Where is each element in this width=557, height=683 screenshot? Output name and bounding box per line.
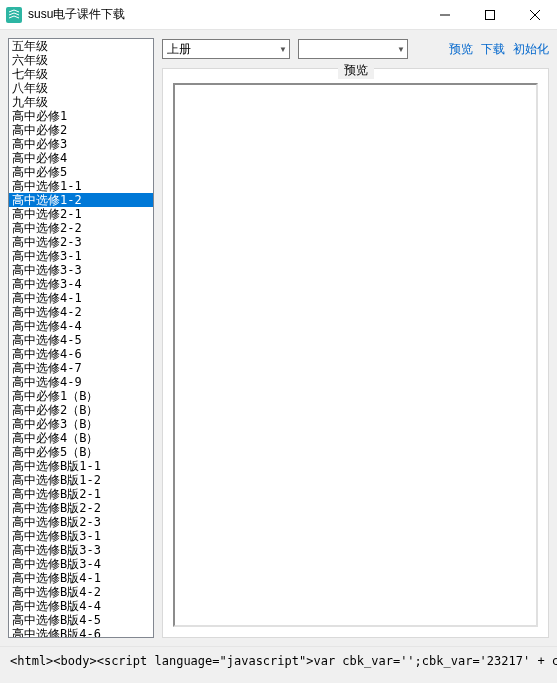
list-item[interactable]: 高中选修B版4-4 <box>9 599 153 613</box>
list-item[interactable]: 五年级 <box>9 39 153 53</box>
preview-content <box>173 83 538 627</box>
download-button[interactable]: 下载 <box>481 41 505 58</box>
list-item[interactable]: 高中选修1-1 <box>9 179 153 193</box>
list-item[interactable]: 高中必修1 <box>9 109 153 123</box>
maximize-button[interactable] <box>467 0 512 30</box>
status-text: <html><body><script language="javascript… <box>10 654 557 668</box>
list-item[interactable]: 高中选修B版2-3 <box>9 515 153 529</box>
list-item[interactable]: 高中选修B版4-5 <box>9 613 153 627</box>
list-item[interactable]: 高中选修4-1 <box>9 291 153 305</box>
list-item[interactable]: 高中选修B版4-1 <box>9 571 153 585</box>
list-item[interactable]: 高中选修2-2 <box>9 221 153 235</box>
svg-rect-2 <box>485 10 494 19</box>
list-item[interactable]: 高中必修2（B） <box>9 403 153 417</box>
window-title: susu电子课件下载 <box>28 6 422 23</box>
list-item[interactable]: 高中必修2 <box>9 123 153 137</box>
list-item[interactable]: 高中选修B版4-6 <box>9 627 153 638</box>
status-bar: <html><body><script language="javascript… <box>0 646 557 674</box>
list-item[interactable]: 高中选修B版1-1 <box>9 459 153 473</box>
list-item[interactable]: 高中选修B版1-2 <box>9 473 153 487</box>
svg-rect-0 <box>6 7 22 23</box>
list-item[interactable]: 高中选修4-6 <box>9 347 153 361</box>
list-item[interactable]: 高中选修B版2-2 <box>9 501 153 515</box>
list-item[interactable]: 高中选修4-4 <box>9 319 153 333</box>
titlebar: susu电子课件下载 <box>0 0 557 30</box>
content-area: 五年级六年级七年级八年级九年级高中必修1高中必修2高中必修3高中必修4高中必修5… <box>0 30 557 646</box>
close-button[interactable] <box>512 0 557 30</box>
list-item[interactable]: 高中必修5 <box>9 165 153 179</box>
list-item[interactable]: 高中选修4-2 <box>9 305 153 319</box>
init-button[interactable]: 初始化 <box>513 41 549 58</box>
second-select[interactable]: ▼ <box>298 39 408 59</box>
list-item[interactable]: 高中选修3-1 <box>9 249 153 263</box>
grade-list[interactable]: 五年级六年级七年级八年级九年级高中必修1高中必修2高中必修3高中必修4高中必修5… <box>8 38 154 638</box>
list-item[interactable]: 高中选修1-2 <box>9 193 153 207</box>
list-item[interactable]: 七年级 <box>9 67 153 81</box>
list-item[interactable]: 高中选修B版2-1 <box>9 487 153 501</box>
list-item[interactable]: 高中必修5（B） <box>9 445 153 459</box>
list-item[interactable]: 八年级 <box>9 81 153 95</box>
volume-select-value: 上册 <box>167 41 191 58</box>
minimize-button[interactable] <box>422 0 467 30</box>
list-item[interactable]: 高中必修4 <box>9 151 153 165</box>
list-item[interactable]: 高中选修B版4-2 <box>9 585 153 599</box>
right-pane: 上册 ▼ ▼ 预览 下载 初始化 预览 <box>162 38 549 638</box>
list-item[interactable]: 高中必修3（B） <box>9 417 153 431</box>
preview-label: 预览 <box>338 62 374 79</box>
chevron-down-icon: ▼ <box>279 45 287 54</box>
list-item[interactable]: 高中必修4（B） <box>9 431 153 445</box>
preview-groupbox: 预览 <box>162 68 549 638</box>
list-item[interactable]: 高中选修4-9 <box>9 375 153 389</box>
app-icon <box>6 7 22 23</box>
list-item[interactable]: 高中必修3 <box>9 137 153 151</box>
list-item[interactable]: 高中选修2-1 <box>9 207 153 221</box>
list-item[interactable]: 高中选修B版3-3 <box>9 543 153 557</box>
list-item[interactable]: 高中选修3-3 <box>9 263 153 277</box>
list-item[interactable]: 六年级 <box>9 53 153 67</box>
list-item[interactable]: 高中选修4-5 <box>9 333 153 347</box>
list-item[interactable]: 九年级 <box>9 95 153 109</box>
list-item[interactable]: 高中选修4-7 <box>9 361 153 375</box>
list-item[interactable]: 高中选修3-4 <box>9 277 153 291</box>
list-item[interactable]: 高中选修B版3-4 <box>9 557 153 571</box>
chevron-down-icon: ▼ <box>397 45 405 54</box>
list-item[interactable]: 高中选修2-3 <box>9 235 153 249</box>
volume-select[interactable]: 上册 ▼ <box>162 39 290 59</box>
list-item[interactable]: 高中选修B版3-1 <box>9 529 153 543</box>
preview-button[interactable]: 预览 <box>449 41 473 58</box>
list-item[interactable]: 高中必修1（B） <box>9 389 153 403</box>
toolbar: 上册 ▼ ▼ 预览 下载 初始化 <box>162 38 549 60</box>
